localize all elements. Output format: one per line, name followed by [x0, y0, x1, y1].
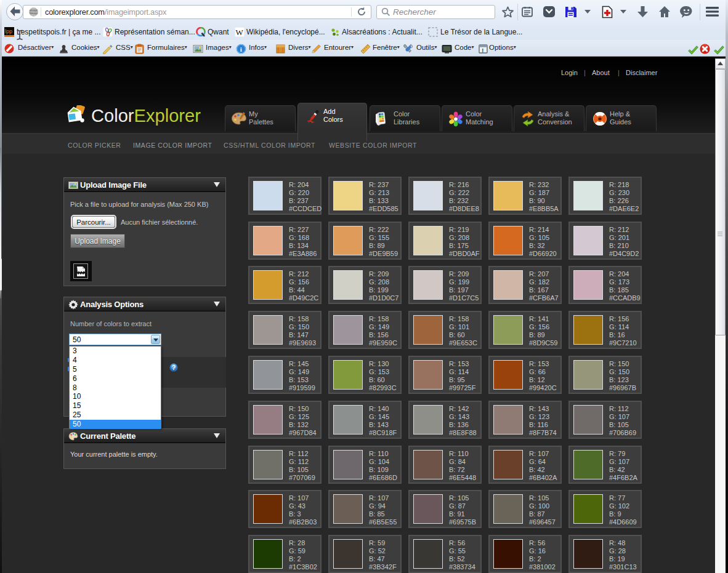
svg-text:lpp: lpp — [5, 28, 12, 34]
svg-text:?: ? — [172, 364, 176, 371]
svg-text:i: i — [240, 46, 242, 53]
svg-text:!: ! — [482, 47, 483, 54]
svg-text:W: W — [236, 28, 244, 37]
